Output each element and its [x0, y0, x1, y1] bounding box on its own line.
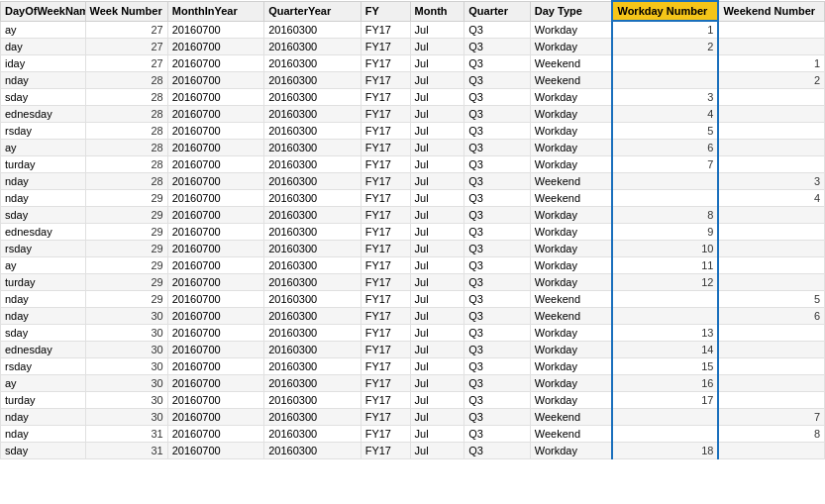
- cell-quarter: Q3: [464, 375, 531, 392]
- cell-weekendNumber: [718, 106, 824, 123]
- cell-dayOfWeekName: nday: [1, 72, 86, 89]
- table-row: ay292016070020160300FY17JulQ3Workday11: [1, 257, 825, 274]
- cell-workdayNumber: 14: [612, 342, 718, 358]
- column-header-quarter[interactable]: Quarter: [464, 1, 531, 21]
- cell-fy: FY17: [361, 55, 410, 72]
- cell-monthYear: 20160700: [167, 257, 263, 274]
- cell-weekNumber: 30: [85, 358, 167, 375]
- cell-monthYear: 20160700: [167, 325, 263, 342]
- cell-dayOfWeekName: ay: [1, 21, 86, 39]
- cell-weekNumber: 27: [85, 21, 167, 39]
- cell-weekNumber: 30: [85, 342, 167, 358]
- table-row: sday292016070020160300FY17JulQ3Workday8: [1, 207, 825, 224]
- cell-quarter: Q3: [464, 274, 531, 291]
- column-header-dayType[interactable]: Day Type: [530, 1, 612, 21]
- cell-weekendNumber: [718, 375, 824, 392]
- cell-weekNumber: 30: [85, 375, 167, 392]
- cell-workdayNumber: 13: [612, 325, 718, 342]
- column-header-month[interactable]: Month: [410, 1, 464, 21]
- cell-dayType: Workday: [530, 207, 612, 224]
- cell-monthYear: 20160700: [167, 274, 263, 291]
- cell-quarterYear: 20160300: [264, 443, 361, 459]
- cell-quarterYear: 20160300: [264, 72, 361, 89]
- cell-monthYear: 20160700: [167, 156, 263, 173]
- cell-quarter: Q3: [464, 392, 531, 409]
- cell-weekNumber: 30: [85, 392, 167, 409]
- cell-dayType: Workday: [530, 224, 612, 241]
- cell-quarter: Q3: [464, 123, 531, 140]
- cell-weekendNumber: 7: [718, 409, 824, 426]
- cell-quarter: Q3: [464, 358, 531, 375]
- table-row: nday282016070020160300FY17JulQ3Weekend2: [1, 72, 825, 89]
- cell-workdayNumber: 2: [612, 39, 718, 55]
- cell-dayOfWeekName: sday: [1, 89, 86, 106]
- cell-workdayNumber: 8: [612, 207, 718, 224]
- cell-workdayNumber: [612, 72, 718, 89]
- cell-month: Jul: [410, 123, 464, 140]
- cell-fy: FY17: [361, 21, 410, 39]
- cell-quarterYear: 20160300: [264, 325, 361, 342]
- cell-workdayNumber: 18: [612, 443, 718, 459]
- cell-workdayNumber: 1: [612, 21, 718, 39]
- column-header-dayOfWeekName[interactable]: DayOfWeekName: [1, 1, 86, 21]
- cell-dayOfWeekName: rsday: [1, 123, 86, 140]
- column-header-workdayNumber[interactable]: Workday Number: [612, 1, 718, 21]
- column-header-weekNumber[interactable]: Week Number: [85, 1, 167, 21]
- cell-monthYear: 20160700: [167, 39, 263, 55]
- cell-quarter: Q3: [464, 443, 531, 459]
- table-row: ay272016070020160300FY17JulQ3Workday1: [1, 21, 825, 39]
- column-header-quarterYear[interactable]: QuarterYear: [264, 1, 361, 21]
- column-header-monthYear[interactable]: MonthInYear: [167, 1, 263, 21]
- cell-monthYear: 20160700: [167, 443, 263, 459]
- cell-dayType: Weekend: [530, 55, 612, 72]
- cell-weekendNumber: [718, 392, 824, 409]
- cell-weekendNumber: [718, 342, 824, 358]
- cell-quarter: Q3: [464, 325, 531, 342]
- cell-quarterYear: 20160300: [264, 21, 361, 39]
- column-header-weekendNumber[interactable]: Weekend Number: [718, 1, 824, 21]
- column-header-fy[interactable]: FY: [361, 1, 410, 21]
- cell-weekNumber: 31: [85, 443, 167, 459]
- cell-quarter: Q3: [464, 140, 531, 156]
- cell-weekNumber: 30: [85, 308, 167, 325]
- cell-monthYear: 20160700: [167, 123, 263, 140]
- cell-fy: FY17: [361, 241, 410, 257]
- cell-quarterYear: 20160300: [264, 358, 361, 375]
- table-row: ay302016070020160300FY17JulQ3Workday16: [1, 375, 825, 392]
- cell-dayOfWeekName: turday: [1, 274, 86, 291]
- table-row: sday282016070020160300FY17JulQ3Workday3: [1, 89, 825, 106]
- cell-month: Jul: [410, 257, 464, 274]
- cell-dayType: Workday: [530, 257, 612, 274]
- cell-monthYear: 20160700: [167, 55, 263, 72]
- cell-weekendNumber: [718, 224, 824, 241]
- cell-weekNumber: 29: [85, 224, 167, 241]
- cell-monthYear: 20160700: [167, 426, 263, 443]
- cell-weekNumber: 28: [85, 123, 167, 140]
- cell-weekendNumber: [718, 39, 824, 55]
- cell-workdayNumber: 3: [612, 89, 718, 106]
- cell-dayOfWeekName: nday: [1, 291, 86, 308]
- cell-quarterYear: 20160300: [264, 140, 361, 156]
- cell-workdayNumber: [612, 308, 718, 325]
- cell-weekendNumber: [718, 257, 824, 274]
- cell-month: Jul: [410, 190, 464, 207]
- cell-quarter: Q3: [464, 39, 531, 55]
- cell-weekendNumber: [718, 21, 824, 39]
- table-row: ay282016070020160300FY17JulQ3Workday6: [1, 140, 825, 156]
- cell-dayType: Workday: [530, 443, 612, 459]
- cell-dayOfWeekName: nday: [1, 308, 86, 325]
- cell-weekNumber: 29: [85, 190, 167, 207]
- cell-dayOfWeekName: ednesday: [1, 224, 86, 241]
- cell-dayOfWeekName: rsday: [1, 241, 86, 257]
- cell-weekendNumber: 5: [718, 291, 824, 308]
- table-row: turday282016070020160300FY17JulQ3Workday…: [1, 156, 825, 173]
- cell-dayOfWeekName: sday: [1, 207, 86, 224]
- cell-quarterYear: 20160300: [264, 274, 361, 291]
- cell-monthYear: 20160700: [167, 21, 263, 39]
- cell-weekendNumber: 4: [718, 190, 824, 207]
- cell-weekNumber: 29: [85, 241, 167, 257]
- cell-weekendNumber: [718, 274, 824, 291]
- cell-quarterYear: 20160300: [264, 156, 361, 173]
- cell-dayType: Weekend: [530, 426, 612, 443]
- table-row: nday292016070020160300FY17JulQ3Weekend4: [1, 190, 825, 207]
